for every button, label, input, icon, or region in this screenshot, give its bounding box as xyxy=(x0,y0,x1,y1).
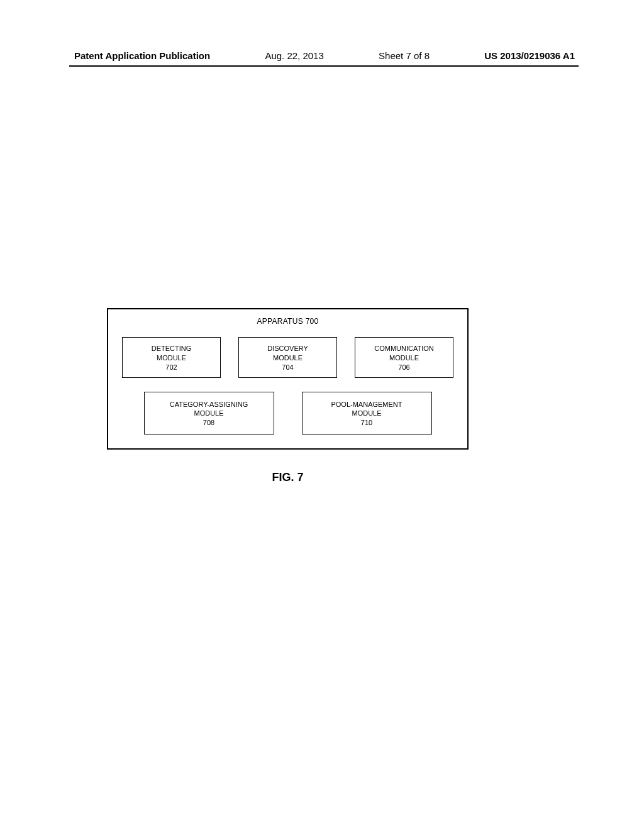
publication-date: Aug. 22, 2013 xyxy=(265,50,323,61)
module-sub: MODULE xyxy=(306,409,428,418)
module-name: POOL-MANAGEMENT xyxy=(306,400,428,409)
apparatus-box: APPARATUS 700 DETECTING MODULE 702 DISCO… xyxy=(107,308,469,450)
module-number: 704 xyxy=(243,363,333,372)
module-name: COMMUNICATION xyxy=(359,344,449,353)
figure-7: APPARATUS 700 DETECTING MODULE 702 DISCO… xyxy=(107,308,469,484)
header-divider xyxy=(69,65,579,67)
detecting-module: DETECTING MODULE 702 xyxy=(122,337,221,378)
page-header: Patent Application Publication Aug. 22, … xyxy=(0,50,644,61)
discovery-module: DISCOVERY MODULE 704 xyxy=(238,337,337,378)
module-number: 706 xyxy=(359,363,449,372)
module-row-2: CATEGORY-ASSIGNING MODULE 708 POOL-MANAG… xyxy=(122,392,453,435)
publication-number: US 2013/0219036 A1 xyxy=(484,50,575,61)
module-sub: MODULE xyxy=(359,353,449,363)
module-row-1: DETECTING MODULE 702 DISCOVERY MODULE 70… xyxy=(122,337,453,378)
pool-management-module: POOL-MANAGEMENT MODULE 710 xyxy=(302,392,432,435)
module-number: 702 xyxy=(126,363,216,372)
apparatus-title: APPARATUS 700 xyxy=(122,317,453,326)
module-name: DISCOVERY xyxy=(243,344,333,353)
module-sub: MODULE xyxy=(243,353,333,363)
module-number: 708 xyxy=(148,418,270,428)
module-name: CATEGORY-ASSIGNING xyxy=(148,400,270,409)
module-sub: MODULE xyxy=(148,409,270,418)
module-sub: MODULE xyxy=(126,353,216,363)
figure-label: FIG. 7 xyxy=(107,471,469,484)
module-name: DETECTING xyxy=(126,344,216,353)
category-assigning-module: CATEGORY-ASSIGNING MODULE 708 xyxy=(144,392,274,435)
module-number: 710 xyxy=(306,418,428,428)
communication-module: COMMUNICATION MODULE 706 xyxy=(355,337,453,378)
sheet-number: Sheet 7 of 8 xyxy=(379,50,430,61)
publication-label: Patent Application Publication xyxy=(74,50,210,61)
